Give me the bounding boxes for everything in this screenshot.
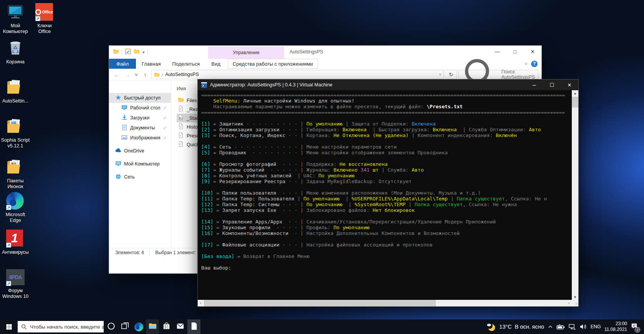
navigation-pane: Быстрый доступРабочий столЗагрузкиДокуме… <box>109 81 171 248</box>
close-button[interactable]: ✕ <box>524 46 541 57</box>
maximize-button[interactable]: ☐ <box>543 79 561 90</box>
console-line: [9] = Резервирование Реестра · · | Задач… <box>201 179 572 184</box>
network-icon[interactable] <box>568 324 576 330</box>
sidebar-item-pictures[interactable]: Изображения <box>109 133 171 143</box>
tab-app-tools[interactable]: Средства работы с приложениями <box>228 59 318 69</box>
desktop-icon-icon-packs-folder[interactable]: ПакетыИконок <box>1 158 30 190</box>
sidebar-item-label: Рабочий стол <box>130 105 160 111</box>
taskbar-file-explorer-button[interactable] <box>146 319 159 334</box>
console-line: [5] = Проводник · · · · · · · · | Меню н… <box>201 150 572 155</box>
console-line <box>201 213 572 219</box>
scroll-right-icon[interactable]: › <box>566 300 572 306</box>
taskbar-mail-button[interactable] <box>174 319 187 334</box>
sidebar-item-quick-access[interactable]: Быстрый доступ <box>109 93 171 103</box>
scroll-down-icon[interactable]: ▼ <box>572 294 578 300</box>
clock[interactable]: 23:00 11.08.2021 <box>604 321 627 332</box>
weather-widget[interactable]: 13°C В осн. ясно <box>486 322 544 332</box>
desktop-icon-office-keys[interactable]: Office↗КлючиOffice <box>30 3 59 35</box>
taskbar-store-button[interactable] <box>160 319 173 334</box>
minimize-button[interactable]: ─ <box>525 79 543 90</box>
console-line: [17] = Файловые ассоциации · · · | Настр… <box>201 242 572 248</box>
taskbar-edge-button[interactable] <box>132 319 145 334</box>
back-icon[interactable]: ← <box>112 71 121 78</box>
console-line: Настраиваемые параметры можно изменить в… <box>201 104 572 109</box>
sidebar-item-downloads[interactable]: Загрузки <box>109 113 171 123</box>
notepad-icon <box>190 322 199 332</box>
taskbar-task-view-button[interactable] <box>118 319 131 334</box>
scroll-up-icon[interactable]: ▲ <box>572 90 578 96</box>
sidebar-item-label: Документы <box>130 125 155 131</box>
search-input[interactable]: Поиск: AutoSettingsPS <box>459 70 538 79</box>
qat-customize-chevron-icon[interactable]: ▾ <box>142 50 145 55</box>
resize-grip[interactable]: ⠿ <box>572 300 578 306</box>
sidebar-item-label: Быстрый доступ <box>124 95 161 101</box>
horizontal-scrollbar[interactable]: ‹ › <box>198 300 572 306</box>
breadcrumb[interactable]: AutoSettingsPS <box>165 72 199 77</box>
console-titlebar: Администратор: AutoSettingsPS | 0.4.3 | … <box>198 79 578 90</box>
scroll-left-icon[interactable]: ‹ <box>198 300 204 306</box>
desktop: МойКомпьютерOffice↗КлючиOfficeКорзинаAut… <box>0 0 644 334</box>
sidebar-item-label: Изображения <box>130 135 161 141</box>
start-button[interactable] <box>0 319 18 334</box>
vertical-scrollbar[interactable]: ▲ ▼ <box>572 90 578 300</box>
shortcut-arrow-icon: ↗ <box>6 243 11 248</box>
tab-file[interactable]: Файл <box>109 59 136 69</box>
sidebar-item-network[interactable]: Сеть <box>109 172 171 182</box>
folder-icon[interactable] <box>113 48 119 56</box>
desktop-icon-microsoft-edge[interactable]: ↗MicrosoftEdge <box>1 192 30 223</box>
new-folder-icon[interactable] <box>134 48 140 56</box>
sidebar-item-onedrive[interactable]: OneDrive <box>109 146 171 156</box>
tab-view[interactable]: Вид <box>205 59 226 69</box>
system-tray: 13°C В осн. ясно ENG 23:00 11.08.2021 3 <box>486 321 644 332</box>
forward-icon[interactable]: → <box>123 71 132 78</box>
horizontal-scrollbar-thumb[interactable] <box>204 300 436 306</box>
weather-desc: В осн. ясно <box>515 324 544 330</box>
volume-icon[interactable] <box>579 324 587 330</box>
address-bar[interactable]: › AutoSettingsPS ˅ <box>151 70 444 79</box>
vertical-scrollbar-thumb[interactable] <box>572 97 578 107</box>
close-button[interactable]: ✕ <box>561 79 578 90</box>
sidebar-item-desktop[interactable]: Рабочий стол <box>109 103 171 113</box>
sidebar-item-label: OneDrive <box>124 148 144 154</box>
up-icon[interactable]: ↑ <box>141 71 150 78</box>
taskbar-notepad-button[interactable] <box>187 319 200 334</box>
battery-icon[interactable] <box>556 324 565 330</box>
desktop-icon-recycle-bin[interactable]: Корзина <box>1 39 30 65</box>
desktop-icon-sophia-script-folder[interactable]: Sophia Scriptv5.12.1 <box>1 117 30 149</box>
desktop-icon-my-computer[interactable]: МойКомпьютер <box>1 3 30 35</box>
ribbon-collapse-chevron-icon[interactable]: ˅ <box>525 61 527 66</box>
forum-windows10-icon: 4PDA↗ <box>6 268 25 286</box>
moon-cloud-icon <box>486 322 496 332</box>
file-name: Files <box>187 98 197 103</box>
taskbar-cortana-button[interactable] <box>104 319 118 334</box>
desktop-icons: МойКомпьютерOffice↗КлючиOfficeКорзинаAut… <box>0 0 65 315</box>
autosettings-folder-icon <box>6 78 25 97</box>
breadcrumb-chevron-icon: › <box>162 72 163 77</box>
sidebar-item-this-pc[interactable]: Мой Компьютер <box>109 159 171 169</box>
sidebar-item-label: Сеть <box>124 174 135 180</box>
my-computer-icon <box>6 3 25 21</box>
sidebar-item-documents[interactable]: Документы <box>109 123 171 133</box>
doc-icon <box>178 132 184 139</box>
minimize-button[interactable]: — <box>488 46 506 57</box>
console-body: ========================================… <box>198 90 578 306</box>
mail-icon <box>176 322 185 332</box>
help-icon[interactable]: ? <box>531 61 538 67</box>
recent-locations-chevron-icon[interactable]: ˅ <box>134 71 139 78</box>
tray-chevron-up-icon[interactable] <box>548 324 553 329</box>
properties-icon[interactable] <box>125 48 131 56</box>
desktop-icon-forum-windows10[interactable]: 4PDA↗ФорумWindows 10 <box>1 268 30 299</box>
console-line <box>201 155 572 161</box>
tab-share[interactable]: Поделиться <box>166 59 205 69</box>
action-center-button[interactable]: 3 <box>631 322 640 331</box>
language-indicator[interactable]: ENG <box>591 324 601 329</box>
desktop-icon-autosettings-folder[interactable]: AutoSettin... <box>1 78 30 104</box>
desktop-icon <box>121 104 127 112</box>
refresh-icon[interactable]: ↻ <box>445 70 457 79</box>
maximize-button[interactable]: □ <box>506 46 524 57</box>
desktop-icon-antiviruses[interactable]: 1↗Антивирусы <box>1 230 30 255</box>
address-dropdown-chevron-icon[interactable]: ˅ <box>439 73 441 77</box>
tab-home[interactable]: Главная <box>136 59 166 69</box>
taskbar-search-input[interactable]: Чтобы начать поиск, введите здесь запрос <box>18 321 104 332</box>
recycle-bin-icon <box>6 39 25 58</box>
